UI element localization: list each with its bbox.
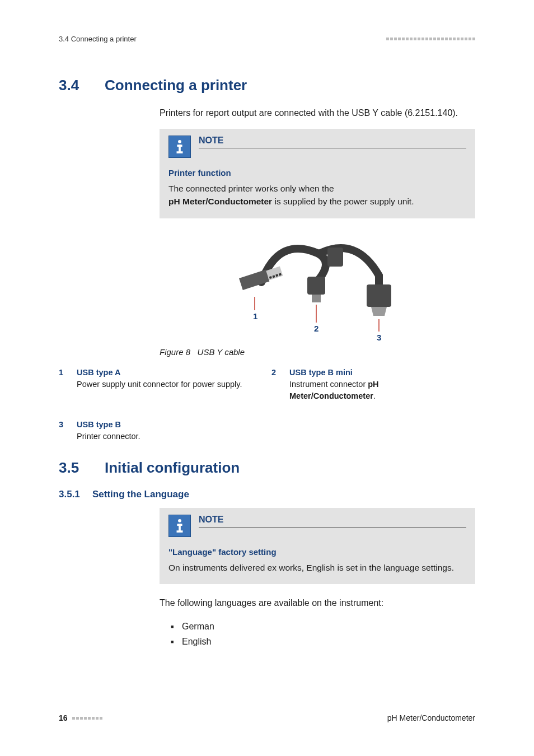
footer-dashes-icon xyxy=(72,717,102,720)
note-bold: pH Meter/Conductometer xyxy=(168,197,272,206)
legend-item-3: 3 USB type B Printer connector. xyxy=(59,419,249,442)
svg-point-17 xyxy=(178,519,181,522)
figure-legend: 1 USB type A Power supply unit connector… xyxy=(59,367,475,442)
heading-number: 3.4 xyxy=(59,77,105,94)
note-body: The connected printer works only when th… xyxy=(168,182,466,208)
legend-title: USB type B xyxy=(77,420,121,429)
note-box-language: NOTE "Language" factory setting On instr… xyxy=(160,508,475,584)
svg-rect-4 xyxy=(327,248,343,267)
svg-rect-11 xyxy=(307,277,325,295)
figure-8: 1 2 3 Figure 8 USB Y cable xyxy=(160,231,475,357)
legend-desc-post: . xyxy=(373,391,376,400)
callout-2: 2 xyxy=(314,324,318,333)
subheading-text: Setting the Language xyxy=(92,489,189,500)
legend-item-2: 2 USB type B mini Instrument connector p… xyxy=(271,367,462,402)
heading-number: 3.5 xyxy=(59,459,105,477)
note-label: NOTE xyxy=(199,515,466,528)
page-footer: 16 pH Meter/Conductometer xyxy=(59,713,475,722)
page-number: 16 xyxy=(59,713,68,722)
figure-number: Figure 8 xyxy=(160,347,190,357)
legend-desc-pre: Instrument connector xyxy=(289,380,368,389)
svg-rect-5 xyxy=(239,269,269,290)
figure-caption: Figure 8 USB Y cable xyxy=(160,347,475,357)
note-label: NOTE xyxy=(199,136,466,148)
legend-title: USB type A xyxy=(77,368,120,377)
figure-caption-text: USB Y cable xyxy=(198,347,245,357)
svg-rect-12 xyxy=(312,295,321,302)
svg-rect-20 xyxy=(177,530,183,533)
heading-text: Initial configuration xyxy=(105,459,240,476)
legend-desc: Power supply unit connector for power su… xyxy=(77,380,242,389)
subheading-number: 3.5.1 xyxy=(59,489,92,500)
intro-paragraph: Printers for report output are connected… xyxy=(160,106,475,120)
legend-num: 1 xyxy=(59,367,67,402)
usb-y-cable-illustration: 1 2 3 xyxy=(222,231,413,343)
note-box-printer: NOTE Printer function The connected prin… xyxy=(160,129,475,218)
heading-3-5: 3.5Initial configuration xyxy=(59,459,475,477)
callout-1: 1 xyxy=(253,311,257,321)
heading-3-5-1: 3.5.1Setting the Language xyxy=(59,489,475,500)
list-item: English xyxy=(171,634,475,649)
note-line2: is supplied by the power supply unit. xyxy=(272,197,414,206)
callout-3: 3 xyxy=(377,333,381,342)
language-list: German English xyxy=(171,619,475,649)
note-subtitle: Printer function xyxy=(168,168,466,178)
heading-text: Connecting a printer xyxy=(105,77,247,94)
legend-num: 2 xyxy=(271,367,279,402)
svg-rect-2 xyxy=(179,144,181,152)
footer-product: pH Meter/Conductometer xyxy=(387,713,475,722)
note-line1: The connected printer works only when th… xyxy=(168,184,334,193)
note-body: On instruments delivered ex works, Engli… xyxy=(168,561,466,574)
legend-title: USB type B mini xyxy=(289,368,353,377)
svg-rect-13 xyxy=(367,284,391,307)
info-icon xyxy=(168,515,191,537)
legend-desc: Printer connector. xyxy=(77,432,140,441)
list-item: German xyxy=(171,619,475,634)
legend-num: 3 xyxy=(59,419,67,442)
legend-item-1: 1 USB type A Power supply unit connector… xyxy=(59,367,249,402)
info-icon xyxy=(168,136,191,158)
header-breadcrumb: 3.4 Connecting a printer xyxy=(59,35,137,43)
note-subtitle: "Language" factory setting xyxy=(168,547,466,557)
header-dashes-icon xyxy=(386,38,475,40)
svg-point-0 xyxy=(178,140,181,143)
heading-3-4: 3.4Connecting a printer xyxy=(59,77,475,94)
page-header: 3.4 Connecting a printer xyxy=(59,35,475,43)
languages-intro: The following languages are available on… xyxy=(160,596,475,610)
svg-rect-3 xyxy=(177,151,183,153)
svg-rect-19 xyxy=(179,524,181,531)
